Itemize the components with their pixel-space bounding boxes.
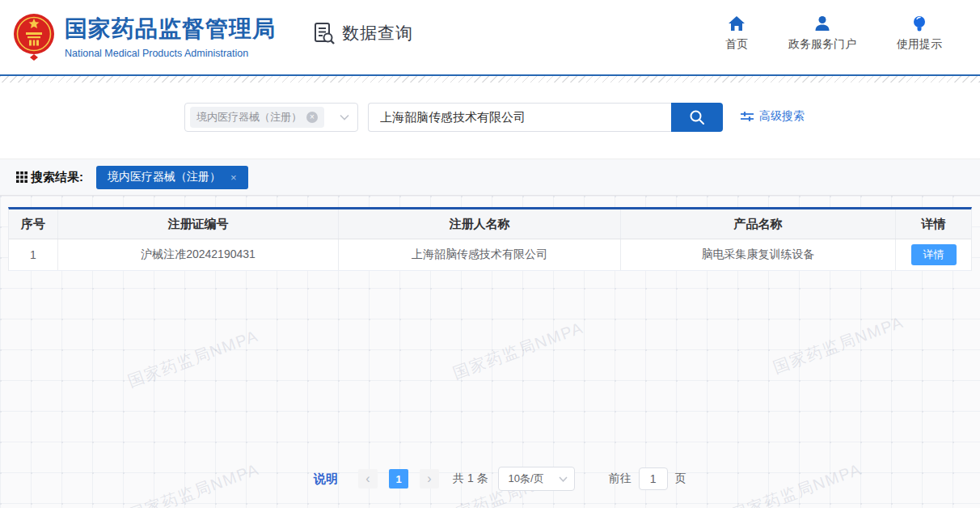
- col-header-product: 产品名称: [621, 209, 896, 239]
- col-header-registrant: 注册人名称: [339, 209, 621, 239]
- goto-page-group: 前往 页: [609, 467, 686, 490]
- page-size-value: 10条/页: [509, 472, 544, 486]
- category-tag-clear-icon[interactable]: ×: [306, 112, 318, 123]
- goto-label: 前往: [609, 472, 632, 486]
- grid-icon: [16, 171, 27, 183]
- nav-usage-tips[interactable]: 使用提示: [897, 15, 942, 52]
- search-zone: 境内医疗器械（注册） × 高级搜索: [0, 82, 980, 159]
- results-bar: 搜索结果: 境内医疗器械（注册） ×: [0, 159, 980, 196]
- goto-suffix-label: 页: [675, 472, 686, 486]
- current-page-button[interactable]: 1: [389, 469, 408, 489]
- results-table: 序号 注册证编号 注册人名称 产品名称 详情 1 沪械注准20242190431…: [8, 207, 972, 271]
- cell-product: 脑电采集康复训练设备: [621, 239, 896, 270]
- col-header-index: 序号: [9, 209, 58, 239]
- detail-button[interactable]: 详情: [911, 244, 957, 265]
- page-size-select[interactable]: 10条/页: [498, 467, 575, 491]
- col-header-cert-no: 注册证编号: [58, 209, 339, 239]
- cell-registrant: 上海韶脑传感技术有限公司: [339, 239, 621, 270]
- nav-home[interactable]: 首页: [725, 15, 748, 52]
- app-title: 数据查询: [312, 21, 413, 45]
- pagination: 说明 ‹ 1 › 共 1 条 10条/页 前往 页: [314, 467, 686, 491]
- results-bar-label: 搜索结果:: [31, 170, 83, 185]
- chevron-down-icon: [340, 114, 349, 121]
- next-page-button[interactable]: ›: [420, 469, 439, 489]
- org-name-cn: 国家药品监督管理局: [65, 14, 276, 44]
- col-header-detail: 详情: [896, 209, 971, 239]
- nav-gov-portal[interactable]: 政务服务门户: [788, 15, 856, 52]
- advanced-search-link[interactable]: 高级搜索: [741, 109, 805, 124]
- app-title-label: 数据查询: [342, 22, 413, 44]
- prev-page-button[interactable]: ‹: [358, 469, 378, 489]
- nav-gov-portal-label: 政务服务门户: [788, 37, 856, 52]
- results-filter-tag[interactable]: 境内医疗器械（注册） ×: [96, 166, 248, 189]
- search-icon: [688, 108, 706, 126]
- cell-cert-no: 沪械注准20242190431: [58, 239, 339, 270]
- filter-sliders-icon: [741, 111, 754, 122]
- cell-index: 1: [9, 239, 58, 270]
- table-row: 1 沪械注准20242190431 上海韶脑传感技术有限公司 脑电采集康复训练设…: [9, 239, 971, 271]
- nav-usage-tips-label: 使用提示: [897, 37, 942, 52]
- header: 国家药品监督管理局 National Medical Products Admi…: [0, 0, 980, 74]
- content-area: 国家药监局NMPA 国家药监局NMPA 国家药监局NMPA 国家药监局NMPA …: [0, 196, 980, 516]
- results-filter-tag-label: 境内医疗器械（注册）: [108, 170, 221, 184]
- results-filter-tag-close-icon[interactable]: ×: [230, 171, 237, 184]
- lightbulb-icon: [910, 15, 928, 32]
- home-icon: [728, 15, 746, 32]
- table-header-row: 序号 注册证编号 注册人名称 产品名称 详情: [9, 209, 971, 239]
- watermark: 国家药监局NMPA: [450, 317, 587, 384]
- note-link[interactable]: 说明: [314, 472, 338, 487]
- hatched-divider: [0, 76, 980, 82]
- user-icon: [813, 15, 831, 32]
- top-nav: 首页 政务服务门户 使用提示: [725, 15, 942, 52]
- total-count-label: 共 1 条: [453, 472, 488, 486]
- nmpa-data-query-page: 国家药品监督管理局 National Medical Products Admi…: [0, 0, 980, 516]
- goto-page-input[interactable]: [639, 467, 668, 490]
- category-tag-label: 境内医疗器械（注册）: [196, 110, 302, 125]
- org-title-block: 国家药品监督管理局 National Medical Products Admi…: [65, 14, 276, 59]
- watermark: 国家药监局NMPA: [771, 311, 907, 379]
- org-name-en: National Medical Products Administration: [65, 48, 276, 59]
- chevron-down-icon: [559, 476, 568, 482]
- category-select[interactable]: 境内医疗器械（注册） ×: [184, 103, 358, 132]
- watermark: 国家药监局NMPA: [125, 325, 262, 392]
- bottom-strip: [0, 508, 980, 516]
- document-search-icon: [312, 21, 336, 45]
- search-button[interactable]: [671, 103, 723, 132]
- nav-home-label: 首页: [725, 37, 748, 52]
- search-input[interactable]: [368, 103, 671, 132]
- advanced-search-label: 高级搜索: [759, 109, 805, 124]
- category-tag: 境内医疗器械（注册） ×: [190, 107, 324, 128]
- national-emblem-logo: [13, 11, 55, 61]
